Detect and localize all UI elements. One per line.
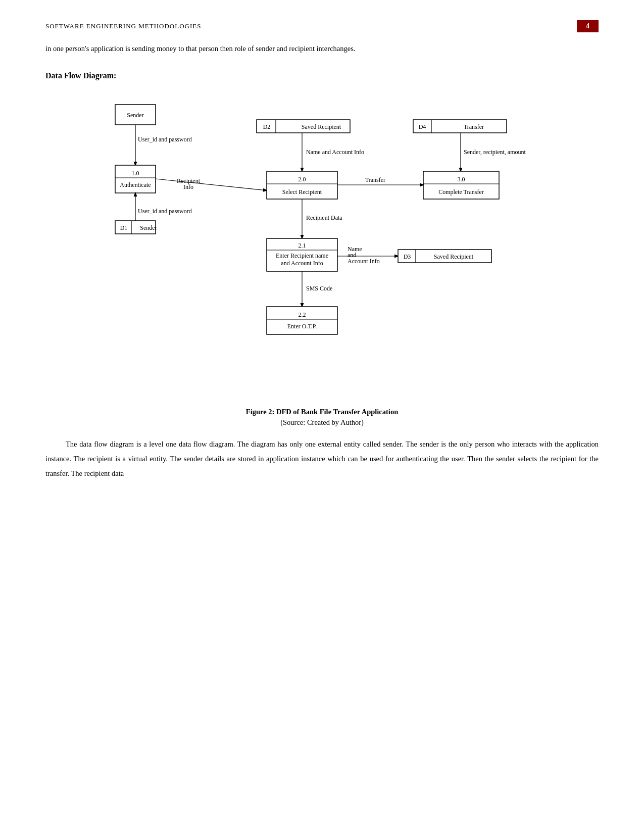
process-10-name: Authenticate — [120, 181, 151, 188]
figure-source: (Source: Created by Author) — [45, 418, 599, 427]
dfd-diagram-container: Sender User_id and password 1.0 Authenti… — [45, 89, 599, 403]
sms-code-label: SMS Code — [306, 285, 332, 292]
process-21-name2: and Account Info — [281, 260, 323, 267]
name-account-info-d3-label3: Account Info — [348, 258, 380, 265]
process-22-label: 2.2 — [298, 311, 306, 318]
d2-label: D2 — [263, 123, 270, 130]
process-21-label: 2.1 — [298, 242, 306, 249]
d4-label: D4 — [418, 123, 426, 130]
intro-paragraph: in one person's application is sending m… — [45, 41, 599, 56]
body-paragraph: The data flow diagram is a level one dat… — [45, 437, 599, 481]
page: SOFTWARE ENGINEERING METHODOLOGIES 4 in … — [0, 0, 644, 834]
sender-ext-label: Sender — [127, 112, 143, 119]
transfer-arrow-label: Transfer — [365, 176, 385, 183]
process-20-name: Select Recipient — [282, 188, 322, 195]
d1-sender-label: Sender — [140, 224, 157, 231]
page-header: SOFTWARE ENGINEERING METHODOLOGIES 4 — [45, 20, 599, 32]
d2-saved-label: Saved Recipient — [301, 123, 341, 130]
user-id-up-label: User_id and password — [138, 208, 192, 215]
process-22-name: Enter O.T.P. — [287, 323, 316, 330]
d4-transfer-label: Transfer — [463, 123, 483, 130]
name-account-info-20-label: Name and Account Info — [306, 149, 364, 156]
figure-caption: Figure 2: DFD of Bank File Transfer Appl… — [45, 408, 599, 416]
header-title: SOFTWARE ENGINEERING METHODOLOGIES — [45, 22, 201, 30]
recipient-info-label2: Info — [183, 183, 193, 190]
user-id-down-label: User_id and password — [138, 136, 192, 143]
dfd-svg: Sender User_id and password 1.0 Authenti… — [100, 89, 544, 403]
process-10-label: 1.0 — [131, 170, 139, 177]
d3-saved-label: Saved Recipient — [433, 253, 473, 260]
d3-label: D3 — [403, 253, 411, 260]
sender-recipient-amount-label: Sender, recipient, amount — [464, 149, 526, 156]
section-heading: Data Flow Diagram: — [45, 71, 599, 80]
recipient-data-label: Recipient Data — [306, 214, 342, 221]
process-30-name: Complete Transfer — [438, 188, 484, 195]
svg-line-7 — [156, 179, 267, 190]
svg-rect-22 — [413, 120, 507, 133]
process-21-name1: Enter Recipient name — [276, 252, 328, 259]
process-30-label: 3.0 — [457, 176, 465, 183]
process-20-label: 2.0 — [298, 176, 306, 183]
d1-label: D1 — [120, 224, 127, 231]
page-number: 4 — [577, 20, 599, 32]
